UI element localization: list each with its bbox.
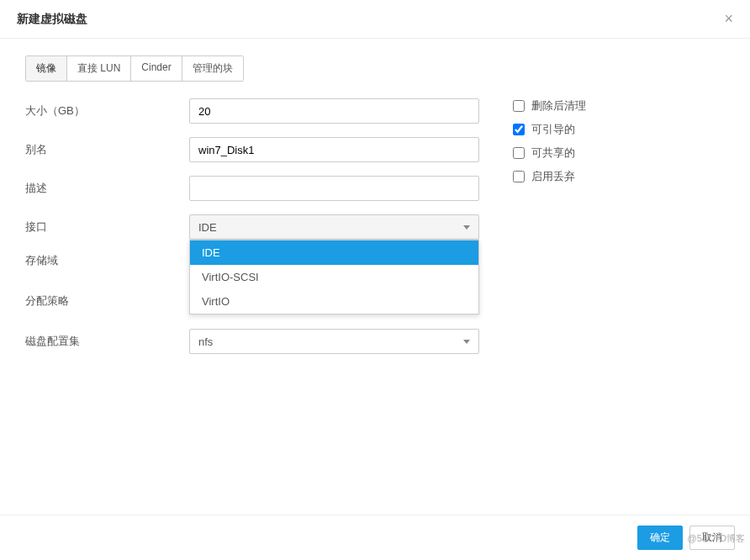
watermark: @51CTO博客	[688, 532, 745, 545]
label-alias: 别名	[25, 142, 189, 157]
input-size[interactable]	[189, 98, 479, 124]
label-disk-profile: 磁盘配置集	[25, 334, 189, 349]
tab-direct-lun[interactable]: 直接 LUN	[67, 56, 131, 81]
label-size: 大小（GB）	[25, 103, 189, 119]
row-description: 描述	[25, 176, 479, 201]
checkbox-enable-discard[interactable]	[513, 171, 525, 182]
tab-image[interactable]: 镜像	[26, 56, 67, 81]
dropdown-interface-options: IDE VirtIO-SCSI VirtIO	[189, 240, 479, 314]
modal-header: 新建虚拟磁盘 ×	[0, 0, 750, 39]
tab-managed-block[interactable]: 管理的块	[182, 56, 243, 81]
modal-footer: 确定 取消	[0, 515, 750, 560]
row-disk-profile: 磁盘配置集 nfs	[25, 329, 479, 354]
row-enable-discard: 启用丢弃	[513, 169, 725, 184]
select-disk-profile-value: nfs	[198, 335, 213, 348]
tab-cinder[interactable]: Cinder	[131, 56, 182, 81]
source-type-tabs: 镜像 直接 LUN Cinder 管理的块	[25, 55, 244, 82]
confirm-button[interactable]: 确定	[637, 526, 683, 550]
select-interface-value: IDE	[198, 221, 217, 234]
input-alias[interactable]	[189, 137, 479, 162]
close-button[interactable]: ×	[724, 10, 733, 28]
row-size: 大小（GB）	[25, 98, 479, 124]
chevron-down-icon	[463, 340, 470, 344]
input-description[interactable]	[189, 176, 479, 201]
label-enable-discard: 启用丢弃	[531, 169, 575, 184]
row-wipe-after-delete: 删除后清理	[513, 98, 725, 114]
select-disk-profile[interactable]: nfs	[189, 329, 479, 354]
option-virtio[interactable]: VirtIO	[190, 289, 478, 314]
chevron-down-icon	[463, 225, 470, 230]
checkbox-wipe-after-delete[interactable]	[513, 100, 525, 112]
label-alloc-policy: 分配策略	[25, 293, 189, 309]
row-shareable: 可共享的	[513, 145, 725, 161]
form-right-column: 删除后清理 可引导的 可共享的 启用丢弃	[513, 98, 725, 367]
form-container: 大小（GB） 别名 描述 接口 IDE IDE VirtIO-SCSI	[25, 98, 725, 367]
checkbox-shareable[interactable]	[513, 147, 525, 159]
label-storage-domain: 存储域	[25, 253, 189, 268]
row-interface: 接口 IDE IDE VirtIO-SCSI VirtIO	[25, 214, 479, 240]
label-description: 描述	[25, 181, 189, 196]
label-wipe-after-delete: 删除后清理	[531, 98, 586, 114]
label-shareable: 可共享的	[531, 145, 575, 161]
row-bootable: 可引导的	[513, 122, 725, 137]
row-alias: 别名	[25, 137, 479, 162]
option-virtio-scsi[interactable]: VirtIO-SCSI	[190, 265, 478, 289]
label-interface: 接口	[25, 219, 189, 235]
checkbox-bootable[interactable]	[513, 124, 525, 135]
option-ide[interactable]: IDE	[190, 240, 478, 265]
modal-body: 镜像 直接 LUN Cinder 管理的块 大小（GB） 别名 描述 接口 ID…	[0, 39, 750, 384]
select-interface[interactable]: IDE	[189, 214, 479, 240]
modal-title: 新建虚拟磁盘	[17, 12, 87, 27]
label-bootable: 可引导的	[531, 122, 575, 137]
form-left-column: 大小（GB） 别名 描述 接口 IDE IDE VirtIO-SCSI	[25, 98, 479, 367]
